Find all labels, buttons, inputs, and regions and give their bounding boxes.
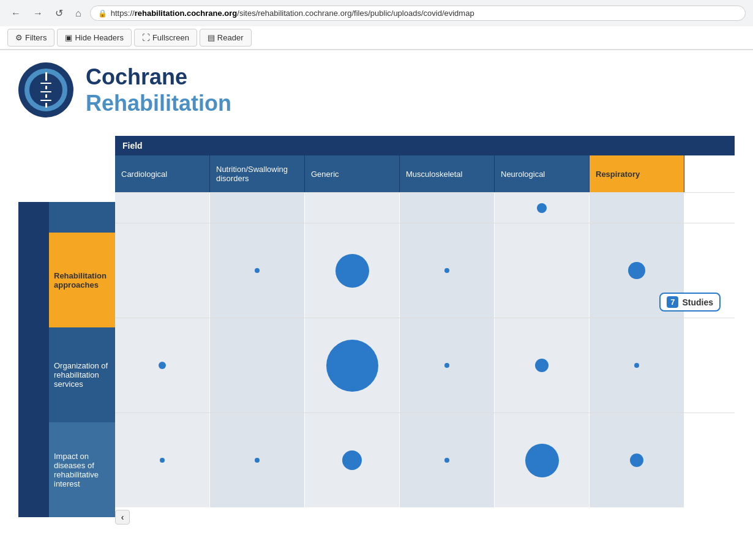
row-0-label	[18, 202, 115, 233]
reader-icon: ▤	[208, 33, 215, 42]
col-musculoskeletal: Musculoskeletal	[400, 155, 495, 192]
address-text: https://rehabilitation.cochrane.org/site…	[111, 9, 474, 18]
field-header: Field	[115, 136, 735, 155]
page-content: Cochrane Rehabilitation Rehabilitation a…	[0, 50, 753, 549]
cell-org-generic	[305, 318, 400, 413]
header-icon: ▣	[65, 33, 72, 42]
reader-button[interactable]: ▤ Reader	[200, 29, 252, 47]
col-cardiological: Cardiological	[115, 155, 210, 192]
cell-impact-generic	[305, 413, 400, 507]
logo-inner-circle	[24, 69, 67, 111]
cell-org-nutrition	[210, 318, 305, 413]
main-header-3	[18, 422, 49, 517]
address-bar[interactable]: 🔒 https://rehabilitation.cochrane.org/si…	[90, 6, 746, 21]
bubble-empty-neuro[interactable]	[537, 203, 547, 213]
org-label: Organization of rehabilitation services	[49, 327, 115, 422]
hide-headers-button[interactable]: ▣ Hide Headers	[57, 29, 132, 47]
cell-rehab-nutrition	[210, 223, 305, 318]
bubble-impact-neuro[interactable]	[525, 444, 559, 477]
cell-impact-resp	[590, 413, 684, 507]
empty-cell-1	[210, 193, 305, 223]
bubble-impact-generic[interactable]	[342, 450, 362, 470]
bubble-org-resp[interactable]	[634, 363, 639, 368]
forward-button[interactable]: →	[29, 6, 47, 21]
reload-button[interactable]: ↺	[51, 5, 67, 21]
bubble-impact-cardio[interactable]	[160, 458, 165, 463]
studies-count: 7	[667, 296, 678, 308]
main-header-0	[18, 202, 49, 233]
logo-spine	[40, 72, 51, 108]
cell-impact-nutrition	[210, 413, 305, 507]
browser-chrome: ← → ↺ ⌂ 🔒 https://rehabilitation.cochran…	[0, 0, 753, 50]
spine-line-6	[40, 100, 51, 101]
col-nutrition: Nutrition/Swallowing disorders	[210, 155, 305, 192]
impact-label: Impact on diseases of rehabilitative int…	[49, 422, 115, 517]
logo-area: Cochrane Rehabilitation	[18, 62, 735, 118]
row-org	[115, 318, 735, 413]
bubble-org-neuro[interactable]	[535, 359, 549, 372]
row-impact-label: Impact on diseases of rehabilitative int…	[18, 422, 115, 517]
cochrane-logo	[18, 62, 73, 118]
bubble-rehab-nutrition[interactable]	[255, 268, 260, 273]
cell-org-cardio	[115, 318, 210, 413]
bubble-org-musculo[interactable]	[444, 363, 449, 368]
bubble-rehab-generic[interactable]	[335, 254, 369, 288]
cell-rehab-resp: 7 Studies	[590, 223, 684, 318]
cell-impact-musculo	[400, 413, 495, 507]
empty-cell-2	[305, 193, 400, 223]
col-generic: Generic	[305, 155, 400, 192]
empty-cell-5	[590, 193, 684, 223]
row-rehab: 7 Studies	[115, 223, 735, 318]
spine-line-1	[45, 72, 47, 81]
filters-button[interactable]: ⚙ Filters	[7, 29, 54, 47]
cell-impact-cardio	[115, 413, 210, 507]
gear-icon: ⚙	[15, 33, 23, 42]
table-grid: Field Cardiological Nutrition/Swallowing…	[115, 136, 735, 527]
main-header-1	[18, 233, 49, 327]
logo-text: Cochrane Rehabilitation	[86, 64, 231, 116]
header-spacer	[18, 136, 115, 202]
cell-org-resp	[590, 318, 684, 413]
scroll-left-button[interactable]: ‹	[115, 510, 130, 525]
bubble-rehab-musculo[interactable]	[444, 268, 449, 273]
fullscreen-button[interactable]: ⛶ Fullscreen	[134, 29, 197, 47]
cell-rehab-cardio	[115, 223, 210, 318]
empty-cell-3	[400, 193, 495, 223]
bubble-org-cardio[interactable]	[159, 362, 166, 369]
row-impact	[115, 413, 735, 507]
browser-toolbar: ← → ↺ ⌂ 🔒 https://rehabilitation.cochran…	[0, 0, 753, 26]
cell-rehab-generic	[305, 223, 400, 318]
studies-badge: 7 Studies	[659, 293, 721, 312]
main-header-2	[18, 327, 49, 422]
spine-line-5	[45, 94, 47, 98]
cell-rehab-musculo	[400, 223, 495, 318]
bubble-impact-resp[interactable]	[630, 454, 643, 467]
evidence-map: Rehabilitation approaches Organization o…	[18, 136, 735, 527]
scroll-area: ‹	[115, 507, 735, 527]
bubble-impact-nutrition[interactable]	[255, 458, 260, 463]
spine-line-7	[45, 103, 47, 108]
browser-toolbar2: ⚙ Filters ▣ Hide Headers ⛶ Fullscreen ▤ …	[0, 26, 753, 50]
back-button[interactable]: ←	[7, 6, 24, 21]
lock-icon: 🔒	[98, 9, 107, 18]
bubble-rehab-resp[interactable]	[628, 262, 645, 279]
col-respiratory: Respiratory	[590, 155, 684, 192]
spine-line-2	[40, 83, 51, 84]
bubble-org-generic[interactable]	[326, 340, 378, 392]
spine-line-4	[40, 91, 51, 92]
empty-cell-4	[495, 193, 590, 223]
sub-header-0	[49, 202, 115, 233]
row-org-label: Organization of rehabilitation services	[18, 327, 115, 422]
spine-line-3	[45, 86, 47, 89]
bubble-impact-musculo[interactable]	[444, 458, 449, 463]
empty-cell-0	[115, 193, 210, 223]
home-button[interactable]: ⌂	[72, 6, 85, 21]
studies-label: Studies	[682, 297, 713, 307]
fullscreen-icon: ⛶	[142, 33, 150, 42]
empty-row	[115, 192, 735, 223]
rehabilitation-name: Rehabilitation	[86, 90, 231, 116]
cell-rehab-neuro	[495, 223, 590, 318]
rehab-approaches-label: Rehabilitation approaches	[49, 233, 115, 327]
col-neurological: Neurological	[495, 155, 590, 192]
cell-org-musculo	[400, 318, 495, 413]
